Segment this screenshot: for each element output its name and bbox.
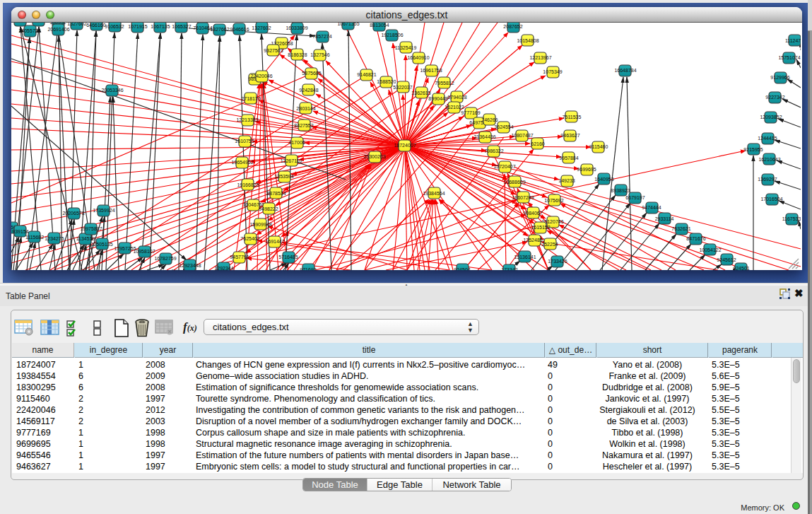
svg-text:746266: 746266 xyxy=(481,117,498,122)
svg-text:9457791: 9457791 xyxy=(230,255,249,259)
svg-text:10154808: 10154808 xyxy=(517,38,539,43)
svg-text:1112475: 1112475 xyxy=(785,38,801,43)
svg-text:19218506: 19218506 xyxy=(381,33,403,37)
svg-text:3624554: 3624554 xyxy=(494,124,513,129)
svg-text:16648784: 16648784 xyxy=(614,68,636,73)
svg-text:5875685: 5875685 xyxy=(302,71,321,76)
svg-text:8427552: 8427552 xyxy=(294,123,313,128)
svg-text:22420046: 22420046 xyxy=(250,74,272,78)
svg-text:10688609: 10688609 xyxy=(503,180,525,185)
svg-text:1075692: 1075692 xyxy=(544,198,563,203)
svg-text:16782759: 16782759 xyxy=(154,256,176,261)
svg-text:1640953: 1640953 xyxy=(594,177,613,182)
svg-text:19166825: 19166825 xyxy=(237,182,259,187)
svg-text:1134519: 1134519 xyxy=(76,236,95,241)
svg-text:9242848: 9242848 xyxy=(299,88,318,93)
svg-text:7511535: 7511535 xyxy=(563,115,582,119)
svg-text:1588520: 1588520 xyxy=(377,79,396,84)
svg-text:2933114: 2933114 xyxy=(655,216,674,221)
svg-text:1362615: 1362615 xyxy=(411,90,430,95)
svg-text:2803144: 2803144 xyxy=(296,106,315,111)
svg-text:1733426: 1733426 xyxy=(548,259,567,264)
svg-text:16961758: 16961758 xyxy=(420,68,442,73)
svg-text:9106532: 9106532 xyxy=(105,24,124,29)
svg-text:17359924: 17359924 xyxy=(93,208,114,213)
svg-text:149233: 149233 xyxy=(558,178,575,183)
svg-text:9498222: 9498222 xyxy=(259,206,278,211)
svg-text:15909948: 15909948 xyxy=(249,222,271,227)
svg-text:19384554: 19384554 xyxy=(423,191,445,196)
svg-text:15751074: 15751074 xyxy=(778,55,800,60)
svg-text:12213383: 12213383 xyxy=(236,117,258,122)
svg-text:8471676: 8471676 xyxy=(686,236,705,241)
svg-text:417006: 417006 xyxy=(288,140,305,145)
svg-text:13267110: 13267110 xyxy=(281,158,302,163)
svg-text:1621022: 1621022 xyxy=(445,105,464,110)
svg-text:10807487: 10807487 xyxy=(511,133,533,138)
svg-text:20691406: 20691406 xyxy=(47,27,69,32)
svg-text:6679197: 6679197 xyxy=(625,195,645,200)
svg-text:9227342: 9227342 xyxy=(765,95,784,100)
svg-text:252254: 252254 xyxy=(541,242,558,247)
svg-text:12923448: 12923448 xyxy=(179,263,201,268)
svg-text:7625402: 7625402 xyxy=(240,236,259,241)
svg-text:1065327: 1065327 xyxy=(172,24,191,29)
svg-text:9215955: 9215955 xyxy=(743,147,763,152)
svg-text:1244415: 1244415 xyxy=(758,136,777,141)
svg-text:12093852: 12093852 xyxy=(760,115,782,119)
svg-text:1327602: 1327602 xyxy=(67,23,86,26)
svg-text:16640910: 16640910 xyxy=(407,55,429,60)
svg-text:7986322: 7986322 xyxy=(484,148,503,153)
svg-text:1067135: 1067135 xyxy=(151,24,170,29)
svg-text:1115682: 1115682 xyxy=(25,235,44,240)
svg-text:8186328: 8186328 xyxy=(288,52,307,57)
svg-text:5716485: 5716485 xyxy=(278,255,298,259)
svg-text:9699695: 9699695 xyxy=(577,167,596,172)
svg-text:1167533: 1167533 xyxy=(782,216,801,221)
svg-text:24055724: 24055724 xyxy=(18,28,40,33)
svg-text:7955812: 7955812 xyxy=(435,81,454,86)
svg-text:9463627: 9463627 xyxy=(560,133,579,138)
svg-text:924504: 924504 xyxy=(454,267,470,270)
svg-text:9084067: 9084067 xyxy=(523,211,542,216)
svg-text:18724007: 18724007 xyxy=(394,143,416,148)
svg-text:939154: 939154 xyxy=(12,229,28,234)
svg-text:9777169: 9777169 xyxy=(461,110,480,115)
svg-text:62160: 62160 xyxy=(531,141,545,146)
svg-text:240557: 240557 xyxy=(12,23,28,23)
svg-text:19654952: 19654952 xyxy=(231,160,253,165)
svg-text:20206578: 20206578 xyxy=(62,211,84,216)
svg-text:9245612: 9245612 xyxy=(717,257,736,262)
svg-text:9129966: 9129966 xyxy=(770,75,789,80)
svg-text:6794028: 6794028 xyxy=(447,95,466,100)
svg-text:8878534: 8878534 xyxy=(266,191,286,196)
svg-text:971693: 971693 xyxy=(300,267,316,270)
svg-text:10054122: 10054122 xyxy=(699,247,721,252)
svg-text:8990448: 8990448 xyxy=(428,96,447,101)
svg-text:1610755: 1610755 xyxy=(235,139,254,144)
svg-text:1327546: 1327546 xyxy=(310,52,329,57)
svg-text:18607249: 18607249 xyxy=(512,195,534,200)
svg-text:1292344: 1292344 xyxy=(214,266,233,270)
svg-text:1327662: 1327662 xyxy=(210,27,229,32)
svg-text:16033809: 16033809 xyxy=(286,25,307,30)
svg-text:924501: 924501 xyxy=(733,266,749,270)
svg-text:8938923: 8938923 xyxy=(611,188,630,193)
svg-text:21364436: 21364436 xyxy=(473,134,495,139)
svg-text:9115460: 9115460 xyxy=(589,144,608,149)
svg-text:206914: 206914 xyxy=(30,23,47,23)
svg-text:9146821: 9146821 xyxy=(357,72,376,77)
svg-text:15136141: 15136141 xyxy=(514,255,536,259)
svg-text:7632621: 7632621 xyxy=(671,226,690,231)
svg-text:1691447: 1691447 xyxy=(265,239,284,244)
svg-text:5322037: 5322037 xyxy=(393,85,412,90)
svg-text:12213967: 12213967 xyxy=(529,55,551,60)
svg-text:1234275: 1234275 xyxy=(45,236,64,241)
svg-text:9327503: 9327503 xyxy=(264,48,283,53)
svg-text:11325419: 11325419 xyxy=(395,45,417,50)
svg-text:17016504: 17016504 xyxy=(760,197,782,201)
svg-text:1615152: 1615152 xyxy=(531,225,550,230)
svg-text:6466160: 6466160 xyxy=(86,23,105,28)
svg-text:173342: 173342 xyxy=(501,267,517,270)
svg-text:10958107: 10958107 xyxy=(133,249,155,254)
